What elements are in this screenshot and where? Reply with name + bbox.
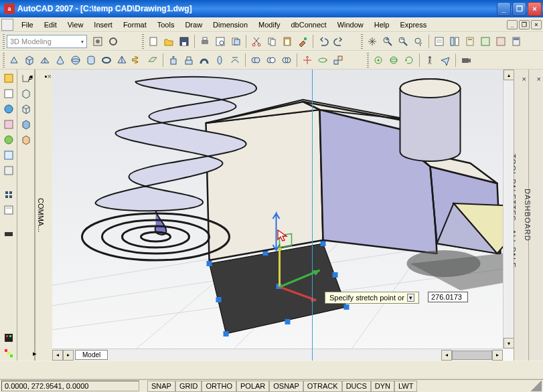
status-otrack[interactable]: OTRACK <box>303 381 342 392</box>
design-center-icon[interactable] <box>447 34 462 49</box>
scroll-right-icon[interactable]: ▸ <box>492 350 503 361</box>
scroll-up-icon[interactable]: ▴ <box>503 70 514 80</box>
cut-icon[interactable] <box>249 34 264 49</box>
command-panel[interactable]: × ▪ COMMA... ▸ ◂ <box>35 70 52 361</box>
vtool-icon[interactable] <box>1 148 16 163</box>
tab-scroll-right-icon[interactable]: ▸ <box>63 350 74 361</box>
coordinate-display[interactable]: 0.0000, 272.9541, 0.0000 <box>1 381 139 391</box>
fly-icon[interactable] <box>438 53 453 68</box>
planar-surface-icon[interactable] <box>145 53 160 68</box>
save-icon[interactable] <box>177 34 191 49</box>
menu-modify[interactable]: Modify <box>253 19 285 30</box>
pyramid-icon[interactable] <box>114 53 129 68</box>
pan-icon[interactable] <box>365 34 380 49</box>
undo-icon[interactable] <box>316 34 331 49</box>
intersect-icon[interactable] <box>279 53 294 68</box>
redo-icon[interactable] <box>331 34 346 49</box>
status-lwt[interactable]: LWT <box>394 381 417 392</box>
vtool-icon[interactable] <box>1 132 16 147</box>
mdi-close-button[interactable]: × <box>531 20 542 29</box>
zoom-realtime-icon[interactable]: + <box>380 34 395 49</box>
menu-window[interactable]: Window <box>332 19 369 30</box>
cylinder-icon[interactable] <box>84 53 98 68</box>
close-x-icon[interactable]: × <box>48 72 52 358</box>
status-ducs[interactable]: DUCS <box>342 381 371 392</box>
orbit-free-icon[interactable] <box>386 53 401 68</box>
status-polar[interactable]: POLAR <box>236 381 269 392</box>
menu-draw[interactable]: Draw <box>179 19 208 30</box>
vtool-icon[interactable] <box>1 117 16 132</box>
markup-icon[interactable] <box>493 34 508 49</box>
toolbar-handle[interactable] <box>3 34 5 49</box>
scroll-left-icon[interactable]: ◂ <box>441 350 452 361</box>
box-icon[interactable] <box>22 53 37 68</box>
horizontal-scrollbar[interactable]: ◂ ▸ Model ◂ ▸ <box>52 349 503 361</box>
polysolid-icon[interactable] <box>7 53 21 68</box>
vtool-icon[interactable] <box>1 163 16 178</box>
toolbar-handle[interactable] <box>3 53 5 68</box>
toolbar-handle[interactable] <box>361 34 363 49</box>
status-snap[interactable]: SNAP <box>147 381 175 392</box>
menu-express[interactable]: Express <box>394 19 432 30</box>
resize-grip-icon[interactable] <box>531 381 542 391</box>
workspace-selector[interactable]: 3D Modeling <box>7 35 87 48</box>
vtool-icon[interactable] <box>1 330 16 345</box>
workspace-gear-icon[interactable] <box>106 34 121 49</box>
wedge-icon[interactable] <box>37 53 52 68</box>
match-props-icon[interactable] <box>295 34 310 49</box>
open-icon[interactable] <box>161 34 176 49</box>
sweep-icon[interactable] <box>197 53 212 68</box>
revolve-icon[interactable] <box>212 53 227 68</box>
scroll-down-icon[interactable]: ▾ <box>503 338 514 349</box>
torus-icon[interactable] <box>99 53 114 68</box>
status-grid[interactable]: GRID <box>175 381 202 392</box>
close-x-icon[interactable]: × <box>537 75 542 355</box>
status-osnap[interactable]: OSNAP <box>269 381 303 392</box>
union-icon[interactable] <box>248 53 263 68</box>
publish-icon[interactable] <box>228 34 243 49</box>
mdi-restore-button[interactable]: ❐ <box>519 20 530 29</box>
dropdown-icon[interactable]: ▾ <box>407 294 414 302</box>
status-ortho[interactable]: ORTHO <box>202 381 236 392</box>
tab-scroll-left-icon[interactable]: ◂ <box>52 350 63 361</box>
menu-insert[interactable]: Insert <box>88 19 118 30</box>
vtool-icon[interactable] <box>1 227 16 241</box>
drawing-area[interactable]: Specify stretch point or ▾ 276.0173 ▴ ▾ … <box>52 70 514 361</box>
tool-palettes-icon[interactable] <box>463 34 477 49</box>
quickcalc-icon[interactable] <box>509 34 524 49</box>
sphere-icon[interactable] <box>68 53 83 68</box>
orbit-icon[interactable] <box>371 53 386 68</box>
loft-icon[interactable] <box>228 53 242 68</box>
mdi-minimize-button[interactable]: _ <box>507 20 518 29</box>
cone-icon[interactable] <box>53 53 68 68</box>
sheet-set-icon[interactable] <box>478 34 493 49</box>
menu-file[interactable]: File <box>16 19 39 30</box>
menu-view[interactable]: View <box>62 19 89 30</box>
subtract-icon[interactable] <box>264 53 279 68</box>
3dalign-icon[interactable] <box>331 53 345 68</box>
vtool-sphere-icon[interactable] <box>1 102 16 116</box>
vtool-icon[interactable] <box>1 187 16 202</box>
menu-edit[interactable]: Edit <box>39 19 62 30</box>
vtool-icon[interactable] <box>1 203 16 217</box>
minimize-button[interactable]: _ <box>497 2 511 16</box>
menu-format[interactable]: Format <box>118 19 152 30</box>
paste-icon[interactable] <box>280 34 295 49</box>
3dmove-icon[interactable] <box>300 53 315 68</box>
new-icon[interactable] <box>146 34 161 49</box>
toolbar-handle[interactable] <box>367 53 369 68</box>
model-tab[interactable]: Model <box>75 350 108 360</box>
dashboard-bar[interactable]: × DASHBOARD <box>528 70 543 361</box>
toolbar-handle[interactable] <box>142 34 144 49</box>
3drotate-icon[interactable] <box>315 53 330 68</box>
print-icon[interactable] <box>198 34 212 49</box>
menu-dbconnect[interactable]: dbConnect <box>285 19 331 30</box>
extrude-icon[interactable] <box>166 53 181 68</box>
vtool-icon[interactable] <box>1 86 16 101</box>
menu-tools[interactable]: Tools <box>152 19 180 30</box>
close-button[interactable]: × <box>528 2 542 16</box>
plot-preview-icon[interactable] <box>213 34 228 49</box>
copy-icon[interactable] <box>264 34 279 49</box>
workspace-settings-icon[interactable] <box>90 34 105 49</box>
status-dyn[interactable]: DYN <box>371 381 394 392</box>
